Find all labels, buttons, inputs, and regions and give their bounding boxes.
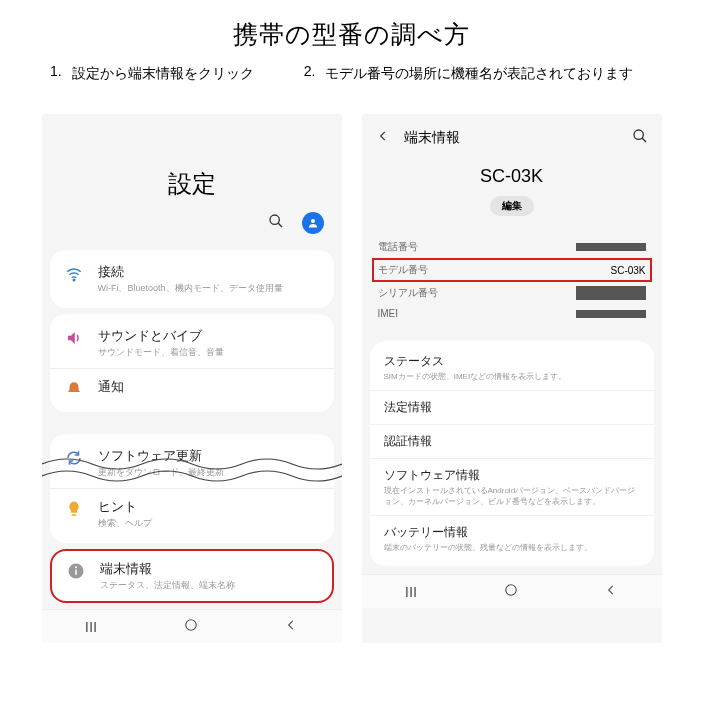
back-icon[interactable]	[376, 129, 390, 147]
item-sub: Wi-Fi、Bluetooth、機内モード、データ使用量	[98, 282, 320, 295]
redacted-value	[576, 286, 646, 300]
info-label: IMEI	[378, 308, 399, 319]
settings-item-connections[interactable]: 接続 Wi-Fi、Bluetooth、機内モード、データ使用量	[50, 254, 334, 304]
section-sub: SIMカードの状態、IMEIなどの情報を表示します。	[384, 372, 640, 382]
nav-back-icon[interactable]	[604, 583, 618, 600]
search-icon[interactable]	[632, 128, 648, 148]
wifi-icon	[64, 264, 84, 284]
nav-bar: III	[42, 609, 342, 643]
svg-point-7	[75, 566, 77, 568]
section-legal[interactable]: 法定情報	[370, 390, 654, 424]
settings-card-2: サウンドとバイブ サウンドモード、着信音、音量 通知	[50, 314, 334, 412]
update-icon	[64, 448, 84, 468]
lightbulb-icon	[64, 499, 84, 519]
settings-item-tips[interactable]: ヒント 検索、ヘルプ	[50, 488, 334, 539]
settings-item-notifications[interactable]: 通知	[50, 368, 334, 408]
step-2: 2. モデル番号の場所に機種名が表記されております	[304, 63, 634, 84]
row-phone-number[interactable]: 電話番号	[376, 236, 648, 258]
row-serial[interactable]: シリアル番号	[376, 282, 648, 304]
item-title: ヒント	[98, 498, 320, 516]
info-icon	[66, 561, 86, 581]
redacted-value	[576, 310, 646, 318]
section-title: ステータス	[384, 353, 640, 370]
svg-line-10	[642, 138, 646, 142]
section-title: 法定情報	[384, 399, 640, 416]
svg-point-9	[634, 130, 643, 139]
item-sub: 検索、ヘルプ	[98, 517, 320, 530]
settings-item-device-info[interactable]: 端末情報 ステータス、法定情報、端末名称	[50, 549, 334, 603]
step-text: 設定から端末情報をクリック	[72, 63, 254, 84]
phone-device-info: 端末情報 SC-03K 編集 電話番号 モデル番号 SC-03K シリアル番号	[362, 114, 662, 643]
section-battery[interactable]: バッテリー情報 端末のバッテリーの状態、残量などの情報を表示します。	[370, 515, 654, 561]
nav-recent-icon[interactable]: III	[85, 618, 98, 635]
settings-card-3: ソフトウェア更新 更新をダウンロード、最終更新 ヒント 検索、ヘルプ	[50, 434, 334, 543]
section-cert[interactable]: 認証情報	[370, 424, 654, 458]
step-number: 2.	[304, 63, 316, 79]
row-model-number[interactable]: モデル番号 SC-03K	[372, 258, 652, 282]
info-rows: 電話番号 モデル番号 SC-03K シリアル番号 IMEI	[362, 230, 662, 333]
svg-point-3	[73, 279, 75, 281]
nav-bar: III	[362, 574, 662, 608]
account-avatar-icon[interactable]	[302, 212, 324, 234]
sound-icon	[64, 328, 84, 348]
step-1: 1. 設定から端末情報をクリック	[50, 63, 254, 84]
section-title: ソフトウェア情報	[384, 467, 640, 484]
settings-item-sound[interactable]: サウンドとバイブ サウンドモード、着信音、音量	[50, 318, 334, 368]
device-header: 端末情報	[362, 114, 662, 162]
page-title: 携帯の型番の調べ方	[0, 0, 703, 63]
edit-button[interactable]: 編集	[490, 196, 534, 216]
phones-row: 設定 接続 Wi-Fi、Bluetooth、機内モード、データ使用量	[0, 114, 703, 643]
model-name: SC-03K	[362, 166, 662, 187]
svg-rect-6	[75, 570, 77, 575]
info-label: モデル番号	[378, 263, 428, 277]
section-title: バッテリー情報	[384, 524, 640, 541]
settings-card-1: 接続 Wi-Fi、Bluetooth、機内モード、データ使用量	[50, 250, 334, 308]
nav-home-icon[interactable]	[184, 618, 198, 635]
item-title: 接続	[98, 263, 320, 281]
svg-rect-4	[71, 514, 76, 516]
nav-recent-icon[interactable]: III	[405, 583, 418, 600]
item-title: 通知	[98, 378, 320, 396]
svg-point-0	[270, 215, 279, 224]
section-software[interactable]: ソフトウェア情報 現在インストールされているAndroidバージョン、ベースバン…	[370, 458, 654, 515]
search-icon[interactable]	[268, 213, 284, 233]
section-sub: 現在インストールされているAndroidバージョン、ベースバンドバージョン、カー…	[384, 486, 640, 507]
item-title: サウンドとバイブ	[98, 327, 320, 345]
item-sub: ステータス、法定情報、端末名称	[100, 579, 318, 592]
nav-back-icon[interactable]	[284, 618, 298, 635]
info-label: 電話番号	[378, 240, 418, 254]
svg-point-2	[311, 219, 315, 223]
settings-item-software-update[interactable]: ソフトウェア更新 更新をダウンロード、最終更新	[50, 438, 334, 488]
phone-settings: 設定 接続 Wi-Fi、Bluetooth、機内モード、データ使用量	[42, 114, 342, 643]
item-sub: サウンドモード、着信音、音量	[98, 346, 320, 359]
item-sub: 更新をダウンロード、最終更新	[98, 466, 320, 479]
section-sub: 端末のバッテリーの状態、残量などの情報を表示します。	[384, 543, 640, 553]
svg-point-11	[505, 584, 516, 595]
sections-card: ステータス SIMカードの状態、IMEIなどの情報を表示します。 法定情報 認証…	[370, 341, 654, 566]
device-header-title: 端末情報	[404, 129, 632, 147]
item-title: 端末情報	[100, 560, 318, 578]
svg-line-1	[278, 223, 282, 227]
bell-icon	[64, 379, 84, 399]
nav-home-icon[interactable]	[504, 583, 518, 600]
svg-point-8	[185, 620, 196, 631]
settings-header: 設定	[42, 114, 342, 244]
step-number: 1.	[50, 63, 62, 79]
section-title: 認証情報	[384, 433, 640, 450]
model-block: SC-03K 編集	[362, 162, 662, 230]
item-title: ソフトウェア更新	[98, 447, 320, 465]
section-status[interactable]: ステータス SIMカードの状態、IMEIなどの情報を表示します。	[370, 345, 654, 390]
row-imei[interactable]: IMEI	[376, 304, 648, 323]
redacted-value	[576, 243, 646, 251]
info-label: シリアル番号	[378, 286, 438, 300]
settings-title: 設定	[168, 168, 216, 200]
steps-row: 1. 設定から端末情報をクリック 2. モデル番号の場所に機種名が表記されており…	[0, 63, 703, 84]
info-value: SC-03K	[610, 265, 645, 276]
step-text: モデル番号の場所に機種名が表記されております	[325, 63, 633, 84]
